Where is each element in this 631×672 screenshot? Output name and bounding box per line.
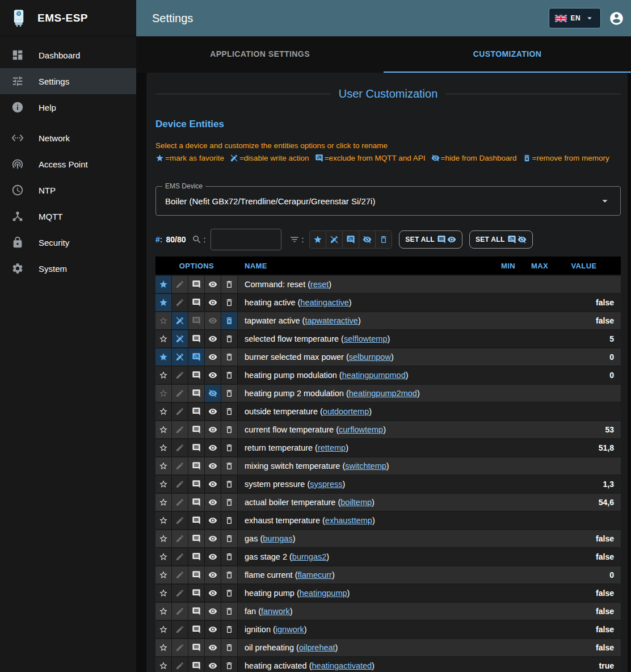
mqtt-exclude-toggle-icon[interactable]: [188, 294, 205, 311]
entity-name[interactable]: system pressure (syspress): [238, 476, 488, 493]
favorite-toggle-icon[interactable]: [155, 294, 172, 311]
entity-shortname-link[interactable]: burngas2: [292, 552, 326, 561]
sidebar-item-settings[interactable]: Settings: [0, 68, 136, 94]
delete-toggle-icon[interactable]: [221, 512, 238, 529]
entity-name[interactable]: heating activated (heatingactivated): [238, 657, 488, 672]
visibility-toggle-icon[interactable]: [205, 548, 221, 565]
visibility-toggle-icon[interactable]: [205, 566, 221, 583]
delete-toggle-icon[interactable]: [221, 585, 238, 602]
delete-toggle-icon[interactable]: [221, 457, 238, 474]
mqtt-exclude-toggle-icon[interactable]: [188, 639, 205, 656]
mqtt-exclude-toggle-icon[interactable]: [188, 439, 205, 456]
favorite-toggle-icon[interactable]: [155, 457, 172, 474]
delete-toggle-icon[interactable]: [221, 276, 238, 293]
entity-name[interactable]: current flow temperature (curflowtemp): [238, 421, 488, 438]
favorite-toggle-icon[interactable]: [155, 367, 172, 384]
delete-toggle-icon[interactable]: [221, 621, 238, 638]
favorite-toggle-icon[interactable]: [155, 439, 172, 456]
delete-toggle-icon[interactable]: [221, 476, 238, 493]
entity-shortname-link[interactable]: selflowtemp: [344, 334, 388, 343]
favorite-toggle-icon[interactable]: [155, 657, 172, 672]
entity-name[interactable]: flame current (flamecurr): [238, 566, 488, 583]
edit-off-filter-icon[interactable]: [326, 231, 343, 248]
comment-off-filter-icon[interactable]: [343, 231, 359, 248]
edit-toggle-icon[interactable]: [172, 457, 188, 474]
delete-toggle-icon[interactable]: [221, 657, 238, 672]
entity-name[interactable]: actual boiler temperature (boiltemp): [238, 494, 488, 511]
entity-shortname-link[interactable]: heatingactivated: [312, 661, 372, 670]
sidebar-item-ntp[interactable]: NTP: [0, 177, 136, 203]
delete-toggle-icon[interactable]: [221, 530, 238, 547]
edit-toggle-icon[interactable]: [172, 603, 188, 620]
entity-name[interactable]: exhaust temperature (exhausttemp): [238, 512, 488, 529]
favorite-toggle-icon[interactable]: [155, 476, 172, 493]
delete-toggle-icon[interactable]: [221, 603, 238, 620]
mqtt-exclude-toggle-icon[interactable]: [188, 403, 205, 420]
sidebar-item-help[interactable]: Help: [0, 94, 136, 120]
entity-name[interactable]: oil preheating (oilpreheat): [238, 639, 488, 656]
set-all-show-button[interactable]: SET ALL: [399, 230, 462, 249]
mqtt-exclude-toggle-icon[interactable]: [188, 548, 205, 565]
visibility-toggle-icon[interactable]: [205, 457, 221, 474]
mqtt-exclude-toggle-icon[interactable]: [188, 621, 205, 638]
visibility-off-filter-icon[interactable]: [359, 231, 376, 248]
edit-toggle-icon[interactable]: [172, 494, 188, 511]
visibility-toggle-icon[interactable]: [205, 512, 221, 529]
entity-shortname-link[interactable]: flamecurr: [297, 570, 331, 579]
entity-name[interactable]: heating pump (heatingpump): [238, 585, 488, 602]
delete-toggle-icon[interactable]: [221, 330, 238, 347]
favorite-toggle-icon[interactable]: [155, 276, 172, 293]
search-input[interactable]: [211, 229, 281, 250]
delete-toggle-icon[interactable]: [221, 312, 238, 329]
edit-toggle-icon[interactable]: [172, 421, 188, 438]
mqtt-exclude-toggle-icon[interactable]: [188, 603, 205, 620]
entity-shortname-link[interactable]: burngas: [263, 534, 292, 543]
mqtt-exclude-toggle-icon[interactable]: [188, 657, 205, 672]
entity-shortname-link[interactable]: curflowtemp: [339, 425, 383, 434]
ems-device-select[interactable]: EMS Device Boiler (Nefit GBx72/Trendline…: [155, 186, 621, 216]
mqtt-exclude-toggle-icon[interactable]: [188, 367, 205, 384]
entity-shortname-link[interactable]: rettemp: [318, 443, 346, 452]
delete-toggle-icon[interactable]: [221, 548, 238, 565]
edit-toggle-icon[interactable]: [172, 385, 188, 402]
favorite-toggle-icon[interactable]: [155, 621, 172, 638]
edit-toggle-icon[interactable]: [172, 585, 188, 602]
set-all-hide-button[interactable]: SET ALL: [469, 230, 533, 249]
visibility-toggle-icon[interactable]: [205, 585, 221, 602]
entity-name[interactable]: return temperature (rettemp): [238, 439, 488, 456]
mqtt-exclude-toggle-icon[interactable]: [188, 476, 205, 493]
mqtt-exclude-toggle-icon[interactable]: [188, 421, 205, 438]
delete-toggle-icon[interactable]: [221, 566, 238, 583]
entity-name[interactable]: heating pump modulation (heatingpumpmod): [238, 367, 488, 384]
edit-toggle-icon[interactable]: [172, 294, 188, 311]
edit-toggle-icon[interactable]: [172, 348, 188, 366]
entity-name[interactable]: gas stage 2 (burngas2): [238, 548, 488, 565]
favorite-toggle-icon[interactable]: [155, 385, 172, 402]
edit-toggle-icon[interactable]: [172, 530, 188, 547]
entity-shortname-link[interactable]: reset: [310, 280, 329, 289]
delete-toggle-icon[interactable]: [221, 385, 238, 402]
edit-toggle-icon[interactable]: [172, 512, 188, 529]
sidebar-item-network[interactable]: Network: [0, 125, 136, 151]
delete-toggle-icon[interactable]: [221, 421, 238, 438]
favorite-toggle-icon[interactable]: [155, 421, 172, 438]
sidebar-item-security[interactable]: Security: [0, 229, 136, 255]
delete-filter-icon[interactable]: [376, 231, 392, 248]
edit-toggle-icon[interactable]: [172, 566, 188, 583]
edit-toggle-icon[interactable]: [172, 657, 188, 672]
entity-shortname-link[interactable]: boiltemp: [340, 498, 372, 507]
delete-toggle-icon[interactable]: [221, 403, 238, 420]
visibility-toggle-icon[interactable]: [205, 276, 221, 293]
sidebar-item-system[interactable]: System: [0, 255, 136, 282]
entity-shortname-link[interactable]: heatingactive: [300, 298, 348, 307]
mqtt-exclude-toggle-icon[interactable]: [188, 457, 205, 474]
mqtt-exclude-toggle-icon[interactable]: [188, 385, 205, 402]
entity-name[interactable]: burner selected max power (selburnpow): [238, 348, 488, 366]
favorite-toggle-icon[interactable]: [155, 585, 172, 602]
mqtt-exclude-toggle-icon[interactable]: [188, 494, 205, 511]
edit-toggle-icon[interactable]: [172, 403, 188, 420]
visibility-toggle-icon[interactable]: [205, 330, 221, 347]
visibility-toggle-icon[interactable]: [205, 603, 221, 620]
edit-toggle-icon[interactable]: [172, 330, 188, 347]
mqtt-exclude-toggle-icon[interactable]: [188, 530, 205, 547]
